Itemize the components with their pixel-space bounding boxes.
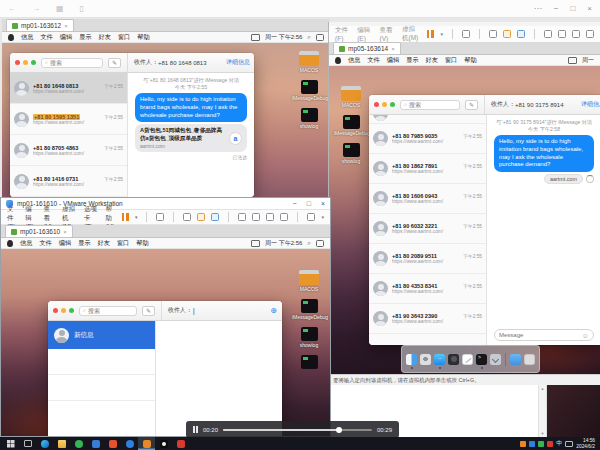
dock-trash-icon[interactable] <box>523 349 536 369</box>
compose-icon[interactable]: ✎ <box>142 306 155 316</box>
search-input[interactable] <box>50 60 99 66</box>
fullscreen-icon[interactable] <box>266 213 274 221</box>
desktop-icon-showlog[interactable]: showlog <box>292 327 326 348</box>
message-input-field[interactable]: ☺ <box>494 329 594 341</box>
conversation-item[interactable]: +81 80 1862 7891下午2:55 https://www.aartm… <box>369 154 486 184</box>
tab-close-icon[interactable]: × <box>64 23 68 29</box>
details-link[interactable]: 详细信息 <box>581 100 600 109</box>
manage-snapshots-icon[interactable] <box>211 213 219 221</box>
apple-menu-icon[interactable] <box>335 57 341 64</box>
layout-icon[interactable] <box>307 213 315 221</box>
menu-vm[interactable]: 虚拟机(M) <box>402 25 421 43</box>
menu-view[interactable]: 查看(V) <box>380 26 394 42</box>
tray-icon-red[interactable] <box>547 441 553 447</box>
dock-camera-app-icon[interactable] <box>447 349 460 369</box>
details-link[interactable]: 详细信息 <box>226 58 250 67</box>
menu-buddies[interactable]: 好友 <box>99 33 111 42</box>
desktop-icon-terminal[interactable] <box>292 355 326 369</box>
forward-icon[interactable]: → <box>32 5 40 13</box>
conversation-item[interactable]: +81 80 8705 4863下午2:55 https://www.aartm… <box>10 135 127 166</box>
manage-snapshots-icon[interactable] <box>517 30 525 38</box>
dock-downloads-icon[interactable] <box>489 349 502 369</box>
desktop-icon-imessagedebug[interactable]: iMessageDebug <box>292 80 326 101</box>
taskbar-app-active[interactable] <box>138 437 155 450</box>
menu-buddies[interactable]: 好友 <box>98 239 110 248</box>
task-view-button[interactable] <box>19 437 36 450</box>
conversation-item[interactable]: +81 80 1648 0813下午2:55 https://www.aartm… <box>10 73 127 104</box>
menu-help[interactable]: 帮助 <box>137 33 149 42</box>
keyboard-icon[interactable] <box>565 441 573 447</box>
scrollbar[interactable]: ▲ ▼ <box>538 385 546 437</box>
dock-launchpad-icon[interactable] <box>419 349 432 369</box>
minimize-icon[interactable]: − <box>293 200 297 207</box>
seek-bar-knob[interactable] <box>336 427 342 433</box>
conversation-item[interactable]: +81 90 3643 2390下午2:55 https://www.aartm… <box>369 304 486 334</box>
scroll-up-icon[interactable]: ▲ <box>541 386 545 391</box>
show-library-icon[interactable] <box>544 30 552 38</box>
revert-snapshot-icon[interactable] <box>183 213 191 221</box>
desktop-icon-showlog[interactable]: showlog <box>334 143 368 164</box>
menu-file[interactable]: 文件 <box>367 56 379 65</box>
conversation-item[interactable]: +81 80 1416 0731下午2:55 https://www.aartm… <box>10 166 127 197</box>
maximize-icon[interactable]: □ <box>307 200 311 207</box>
emoji-picker-icon[interactable]: ☺ <box>582 332 589 339</box>
taskbar-app-blue-doc[interactable] <box>87 437 104 450</box>
dock-finder-icon[interactable] <box>405 349 418 369</box>
layout-dropdown-icon[interactable]: ▾ <box>321 215 324 220</box>
close-window-icon[interactable] <box>374 102 379 107</box>
link-preview-bubble[interactable]: A货包包,51同城包包_奢侈品牌高仿a货包包_顶级原单品质 aartmt.com <box>135 124 247 152</box>
spotlight-icon[interactable]: ⌕ <box>307 240 311 247</box>
dock-terminal-icon[interactable] <box>475 349 488 369</box>
menu-edit[interactable]: 编辑 <box>60 33 72 42</box>
vm3-tab[interactable]: mp01-163610 × <box>5 225 73 237</box>
taskbar-app-green[interactable] <box>70 437 87 450</box>
vm1-clock[interactable]: 周一 下午2:56 <box>265 33 302 42</box>
desktop-icon-macos-drive[interactable]: MACOS <box>334 86 368 108</box>
menu-messages[interactable]: 信息 <box>348 56 360 65</box>
minimize-window-icon[interactable] <box>382 102 387 107</box>
menu-help[interactable]: 帮助 <box>464 56 476 65</box>
show-library-icon[interactable] <box>238 213 246 221</box>
compose-icon[interactable]: ✎ <box>465 100 478 110</box>
menu-help[interactable]: 帮助 <box>136 239 148 248</box>
notification-center-icon[interactable] <box>316 34 324 41</box>
apple-menu-icon[interactable] <box>7 240 13 247</box>
conversation-item[interactable]: +81 90 6032 3221下午2:55 https://www.aartm… <box>369 214 486 244</box>
search-input[interactable] <box>88 308 133 314</box>
conversation-item[interactable]: +81 80 1606 0943下午2:55 https://www.aartm… <box>369 184 486 214</box>
taskbar-app-blue-circle[interactable] <box>121 437 138 450</box>
pause-vm-icon[interactable] <box>427 30 434 38</box>
taskbar-app-apple[interactable] <box>155 437 172 450</box>
ime-indicator[interactable]: 中 <box>556 439 562 448</box>
menu-buddies[interactable]: 好友 <box>426 56 438 65</box>
conversation-item-partial[interactable] <box>369 115 486 124</box>
take-snapshot-icon[interactable] <box>503 30 511 38</box>
menu-file[interactable]: 文件 <box>39 239 51 248</box>
display-menu-icon[interactable] <box>251 34 260 41</box>
to-value[interactable]: +81 80 1648 0813 <box>158 60 207 66</box>
menu-messages[interactable]: 信息 <box>20 239 32 248</box>
pause-vm-icon[interactable] <box>122 213 129 221</box>
pause-playback-icon[interactable] <box>193 426 198 433</box>
menu-view[interactable]: 显示 <box>79 33 91 42</box>
close-icon[interactable]: × <box>587 5 592 13</box>
display-menu-icon[interactable] <box>568 57 577 64</box>
back-icon[interactable]: ← <box>8 5 16 13</box>
scroll-down-icon[interactable]: ▼ <box>541 431 545 436</box>
conversation-item[interactable]: +81 80 2089 9511下午2:55 https://www.aartm… <box>369 244 486 274</box>
spotlight-icon[interactable]: ⌕ <box>307 34 311 41</box>
unity-mode-icon[interactable] <box>280 213 288 221</box>
conversation-item[interactable]: +81 80 4353 8341下午2:55 https://www.aartm… <box>369 274 486 304</box>
vm2-tab[interactable]: mp05-163614 × <box>333 42 401 54</box>
dock-folder-icon[interactable] <box>509 349 522 369</box>
menu-file[interactable]: 文件(F) <box>335 26 349 42</box>
tab-close-icon[interactable]: × <box>63 229 67 235</box>
menu-view[interactable]: 显示 <box>78 239 90 248</box>
zoom-window-icon[interactable] <box>31 60 36 65</box>
menu-window[interactable]: 窗口 <box>117 239 129 248</box>
menu-file[interactable]: 文件 <box>40 33 52 42</box>
menu-edit[interactable]: 编辑 <box>59 239 71 248</box>
grid-icon[interactable]: ▦ <box>56 5 64 13</box>
start-button[interactable] <box>2 437 19 450</box>
search-input[interactable] <box>409 102 456 108</box>
